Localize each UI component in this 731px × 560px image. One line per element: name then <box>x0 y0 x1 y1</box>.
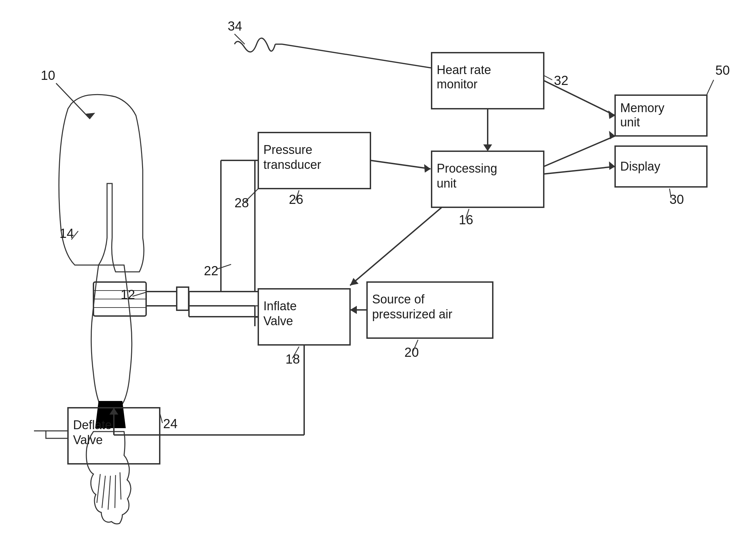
svg-text:Deflate: Deflate <box>73 418 112 432</box>
ref-14: 14 <box>59 226 74 241</box>
ref-20-label: 20 <box>404 345 419 360</box>
svg-text:monitor: monitor <box>437 77 477 91</box>
svg-text:unit: unit <box>437 176 456 190</box>
ref-22: 22 <box>204 264 218 278</box>
ref-10: 10 <box>41 68 55 83</box>
svg-text:unit: unit <box>620 115 640 129</box>
ref-24-label: 24 <box>163 417 177 431</box>
svg-rect-0 <box>0 0 731 560</box>
ref-12: 12 <box>121 287 135 302</box>
svg-text:transducer: transducer <box>263 158 321 172</box>
svg-text:Source of: Source of <box>372 292 425 306</box>
svg-text:Valve: Valve <box>73 433 103 447</box>
svg-text:Pressure: Pressure <box>263 143 312 157</box>
ref-18-label: 18 <box>285 352 300 366</box>
diagram-container: Heart rate monitor Memory unit Processin… <box>0 0 731 560</box>
ref-32-label: 32 <box>554 73 568 88</box>
ref-34-label: 34 <box>228 19 242 33</box>
svg-text:Inflate: Inflate <box>263 299 297 313</box>
ref-16-label: 16 <box>459 213 473 227</box>
svg-text:Memory: Memory <box>620 101 664 115</box>
svg-text:Display: Display <box>620 159 660 173</box>
ref-30-label: 30 <box>669 192 684 207</box>
svg-text:Valve: Valve <box>263 314 293 328</box>
svg-text:Processing: Processing <box>437 161 497 175</box>
svg-text:Heart rate: Heart rate <box>437 63 491 77</box>
ref-28: 28 <box>234 196 249 210</box>
svg-text:pressurized air: pressurized air <box>372 307 452 321</box>
ref-50-label: 50 <box>715 63 730 77</box>
